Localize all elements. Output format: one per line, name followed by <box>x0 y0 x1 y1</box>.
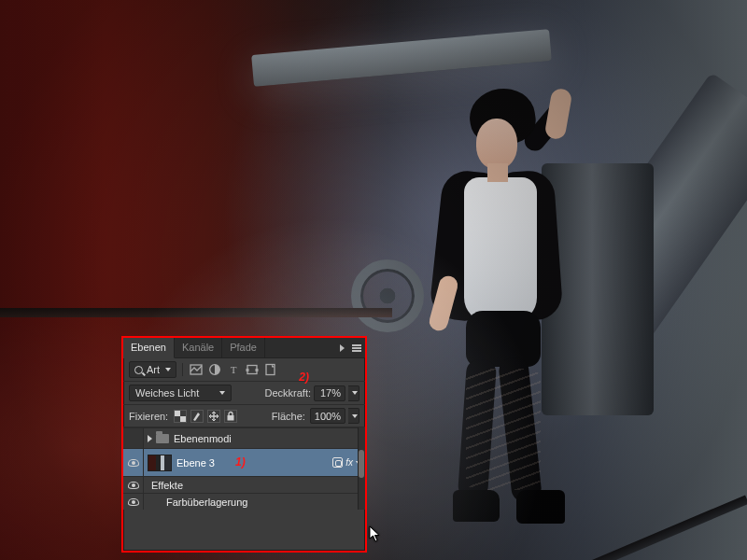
svg-rect-5 <box>256 369 259 371</box>
blend-mode-value: Weiches Licht <box>135 387 199 399</box>
layer-effects-row[interactable]: Effekte <box>123 476 365 493</box>
chevron-down-icon <box>219 391 225 395</box>
scrollbar-thumb[interactable] <box>359 450 364 478</box>
blend-row: Weiches Licht Deckkraft: 17% 2) <box>123 382 365 405</box>
svg-text:T: T <box>231 364 237 375</box>
opacity-label: Deckkraft: <box>264 387 311 399</box>
lock-row: Fixieren: Fläche: 100% <box>123 405 365 427</box>
filter-kind-dropdown[interactable]: Art <box>129 361 176 378</box>
layer-coloroverlay-row[interactable]: Farbüberlagerung <box>123 493 365 510</box>
chevron-down-icon <box>352 414 358 418</box>
opacity-value-input[interactable]: 17% <box>314 385 345 401</box>
lock-position-icon[interactable] <box>207 410 220 423</box>
layer-name[interactable]: Ebene 3 <box>176 457 332 469</box>
svg-rect-8 <box>180 416 186 422</box>
svg-rect-9 <box>228 415 234 421</box>
coloroverlay-label: Farbüberlagerung <box>166 497 365 508</box>
panel-collapse-icon[interactable] <box>335 338 348 357</box>
fill-label: Fläche: <box>272 411 305 422</box>
panel-tabs: Ebenen Kanäle Pfade <box>123 338 365 358</box>
annotation-2: 2) <box>299 371 309 384</box>
filter-kind-label: Art <box>147 364 160 375</box>
blend-mode-dropdown[interactable]: Weiches Licht <box>129 385 232 401</box>
annotation-1: 1) <box>235 455 246 469</box>
filter-adjust-icon[interactable] <box>207 362 222 377</box>
lock-transparency-icon[interactable] <box>174 410 187 423</box>
visibility-toggle[interactable] <box>123 428 144 448</box>
layer-thumbnail[interactable] <box>148 455 172 471</box>
effects-label: Effekte <box>151 480 365 491</box>
fx-badge[interactable]: fx <box>345 457 353 468</box>
lock-pixels-icon[interactable] <box>190 410 204 423</box>
layers-panel: Ebenen Kanäle Pfade Art T Weiches Licht <box>123 338 365 551</box>
visibility-toggle[interactable] <box>123 449 144 476</box>
filter-row: Art T <box>123 358 365 382</box>
vignette <box>0 0 747 560</box>
fill-value-input[interactable]: 100% <box>310 408 345 424</box>
tab-channels[interactable]: Kanäle <box>175 338 222 357</box>
smart-object-icon <box>332 457 343 468</box>
chevron-down-icon <box>165 368 171 371</box>
layer-row-selected[interactable]: Ebene 3 1) fx <box>123 448 365 476</box>
disclosure-triangle-icon[interactable] <box>148 435 152 442</box>
opacity-flyout-button[interactable] <box>348 385 359 401</box>
lock-all-icon[interactable] <box>224 410 237 423</box>
visibility-toggle[interactable] <box>123 477 144 493</box>
layer-list-scrollbar[interactable] <box>358 427 365 510</box>
folder-icon <box>156 434 169 443</box>
tab-layers[interactable]: Ebenen <box>123 338 175 358</box>
filter-smart-icon[interactable] <box>263 362 278 377</box>
tab-paths[interactable]: Pfade <box>222 338 265 357</box>
annotation-frame: Ebenen Kanäle Pfade Art T Weiches Licht <box>121 336 367 553</box>
filter-shape-icon[interactable] <box>245 362 260 377</box>
layer-group-row[interactable]: Ebenenmodi <box>123 427 365 448</box>
svg-rect-7 <box>175 411 180 416</box>
eye-icon <box>128 459 139 467</box>
eye-icon <box>128 482 139 489</box>
eye-icon <box>128 498 139 506</box>
fill-flyout-button[interactable] <box>348 408 359 424</box>
layer-group-name: Ebenenmodi <box>174 433 365 444</box>
svg-rect-4 <box>247 369 249 371</box>
visibility-toggle[interactable] <box>123 494 144 510</box>
search-icon <box>134 366 143 374</box>
panel-menu-icon[interactable] <box>348 338 365 357</box>
layer-list: Ebenenmodi Ebene 3 1) fx Effekte <box>123 427 365 510</box>
chevron-down-icon <box>352 391 358 395</box>
filter-pixel-icon[interactable] <box>189 362 204 377</box>
lock-label: Fixieren: <box>129 411 168 422</box>
filter-type-icon[interactable]: T <box>226 362 241 377</box>
